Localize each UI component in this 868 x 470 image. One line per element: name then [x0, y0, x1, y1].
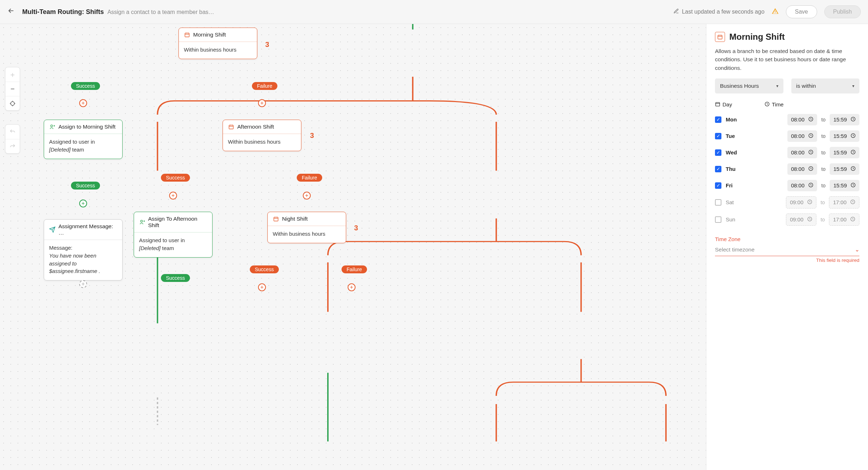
panel-title: Morning Shift: [715, 32, 859, 42]
svg-rect-25: [229, 125, 233, 129]
day-checkbox[interactable]: ✓: [715, 166, 721, 172]
node-assign-afternoon[interactable]: Assign To Afternoon Shift Assigned to us…: [134, 212, 213, 258]
header: Multi-Team Routing: Shifts Assign a cont…: [0, 0, 868, 24]
workflow-canvas[interactable]: ＋ −: [0, 24, 706, 470]
error-count: 3: [310, 131, 314, 140]
last-updated: Last updated a few seconds ago: [673, 8, 764, 15]
day-checkbox[interactable]: [715, 216, 721, 223]
day-checkbox[interactable]: ✓: [715, 182, 721, 189]
day-checkbox[interactable]: ✓: [715, 149, 721, 156]
day-checkbox[interactable]: ✓: [715, 133, 721, 139]
pill-failure: Failure: [252, 82, 277, 90]
day-row: ✓Wed08:00to15:59: [715, 144, 859, 161]
error-count: 3: [354, 224, 358, 232]
svg-point-29: [140, 220, 142, 222]
user-assign-icon: [139, 219, 145, 225]
to-label: to: [821, 217, 825, 222]
add-step-button[interactable]: +: [79, 99, 87, 107]
add-step-button[interactable]: +: [79, 200, 87, 207]
add-step-button[interactable]: +: [169, 192, 177, 200]
time-from-input[interactable]: 08:00: [787, 180, 817, 191]
time-to-input[interactable]: 15:59: [830, 114, 859, 125]
back-button[interactable]: [7, 7, 15, 17]
day-row: ✓Mon08:00to15:59: [715, 111, 859, 128]
time-from-input[interactable]: 08:00: [787, 130, 817, 142]
calendar-icon: [715, 32, 725, 42]
node-assignment-message[interactable]: Assignment Message: … Message: You have …: [44, 219, 123, 280]
pill-success: Success: [161, 174, 190, 182]
svg-point-22: [51, 125, 52, 127]
time-from-input[interactable]: 08:00: [787, 163, 817, 175]
chevron-down-icon: ▾: [776, 83, 778, 88]
panel-description: Allows a branch to be created based on d…: [715, 47, 859, 72]
node-night-shift[interactable]: Night Shift Within business hours: [267, 212, 346, 243]
to-label: to: [821, 166, 826, 172]
calendar-icon: [715, 101, 720, 108]
history-tools: [5, 124, 20, 154]
clock-icon: [808, 182, 814, 189]
operator-select[interactable]: is within ▾: [791, 78, 860, 93]
add-step-button[interactable]: +: [258, 99, 266, 107]
schedule-header: Day Time: [715, 99, 859, 111]
day-label: Tue: [726, 133, 740, 139]
pill-success: Success: [71, 82, 100, 90]
add-step-button[interactable]: +: [258, 283, 266, 291]
node-afternoon-shift[interactable]: Afternoon Shift Within business hours: [223, 120, 301, 151]
timezone-error: This field is required: [715, 258, 859, 263]
day-label: Sun: [726, 216, 740, 222]
day-checkbox[interactable]: [715, 199, 721, 206]
zoom-in-button[interactable]: ＋: [5, 67, 20, 82]
time-to-input[interactable]: 15:59: [830, 180, 859, 191]
day-label: Thu: [726, 166, 740, 172]
fit-view-button[interactable]: [5, 96, 20, 110]
day-row: ✓Fri08:00to15:59: [715, 177, 859, 194]
warning-icon[interactable]: [772, 8, 779, 16]
node-morning-shift[interactable]: Morning Shift Within business hours: [178, 28, 257, 59]
clock-icon: [850, 216, 855, 223]
time-from-input[interactable]: 08:00: [787, 147, 817, 158]
day-row: Sun09:00to17:00: [715, 211, 859, 228]
day-row: Sat09:00to17:00: [715, 194, 859, 211]
save-button[interactable]: Save: [786, 5, 817, 18]
time-to-input[interactable]: 15:59: [830, 147, 859, 158]
time-to-input[interactable]: 17:00: [829, 214, 859, 226]
pill-success: Success: [71, 182, 100, 190]
to-label: to: [821, 200, 825, 205]
pill-success: Success: [250, 265, 279, 273]
zoom-tools: ＋ −: [5, 67, 20, 111]
timezone-select[interactable]: Select timezone ⌄: [715, 244, 859, 256]
svg-rect-36: [718, 35, 722, 39]
svg-rect-18: [185, 33, 189, 37]
pencil-icon[interactable]: [673, 8, 679, 15]
undo-button[interactable]: [5, 125, 20, 139]
time-to-input[interactable]: 15:59: [830, 130, 859, 142]
time-from-input[interactable]: 09:00: [786, 214, 816, 226]
day-label: Sat: [726, 199, 740, 205]
zoom-out-button[interactable]: −: [5, 82, 20, 96]
calendar-icon: [184, 32, 190, 38]
add-step-button[interactable]: +: [348, 283, 356, 291]
day-row: ✓Thu08:00to15:59: [715, 161, 859, 177]
to-label: to: [821, 133, 826, 139]
day-label: Wed: [726, 149, 740, 155]
chevron-down-icon: ▾: [852, 83, 854, 88]
add-step-button[interactable]: +: [303, 192, 311, 200]
clock-icon: [850, 166, 856, 172]
clock-icon: [808, 166, 814, 172]
condition-select[interactable]: Business Hours ▾: [715, 78, 783, 93]
add-step-button[interactable]: +: [79, 280, 87, 288]
day-checkbox[interactable]: ✓: [715, 116, 721, 123]
time-to-input[interactable]: 15:59: [830, 163, 859, 175]
time-from-input[interactable]: 08:00: [787, 114, 817, 125]
time-to-input[interactable]: 17:00: [829, 196, 859, 208]
node-assign-morning[interactable]: Assign to Morning Shift Assigned to user…: [44, 120, 123, 159]
day-row: ✓Tue08:00to15:59: [715, 128, 859, 144]
user-assign-icon: [49, 124, 56, 130]
time-from-input[interactable]: 09:00: [786, 196, 816, 208]
day-label: Fri: [726, 182, 740, 188]
publish-button[interactable]: Publish: [824, 5, 861, 18]
svg-rect-32: [274, 217, 278, 221]
properties-panel: Morning Shift Allows a branch to be crea…: [706, 24, 868, 470]
to-label: to: [821, 150, 826, 155]
redo-button[interactable]: [5, 139, 20, 153]
